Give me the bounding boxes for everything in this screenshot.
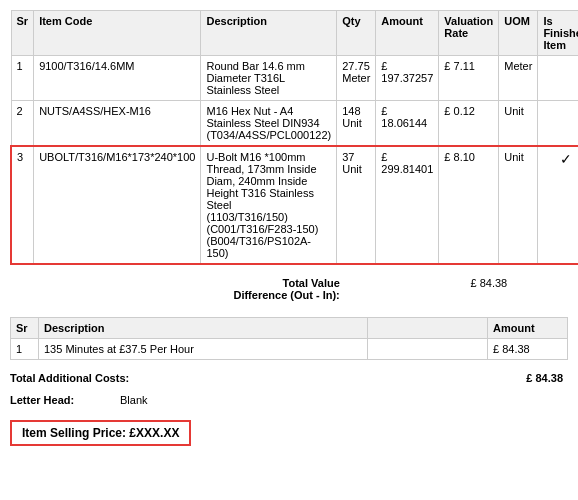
cell-is-finished — [538, 56, 578, 101]
letterhead-row: Letter Head: Blank — [10, 394, 568, 406]
table-row: 1 135 Minutes at £37.5 Per Hour £ 84.38 — [11, 339, 568, 360]
add-cell-empty — [368, 339, 488, 360]
total-additional-value: £ 84.38 — [526, 372, 563, 384]
table-row: 2 NUTS/A4SS/HEX-M16 M16 Hex Nut - A4 Sta… — [11, 101, 578, 147]
cell-amount: £ 18.06144 — [376, 101, 439, 147]
total-value-amount: £ 84.38 — [345, 273, 512, 305]
cell-valuation-rate: £ 0.12 — [439, 101, 499, 147]
col-description: Description — [201, 11, 337, 56]
total-value-label: Total ValueDifference (Out - In): — [10, 273, 345, 305]
add-col-sr: Sr — [11, 318, 39, 339]
cell-is-finished — [538, 101, 578, 147]
cell-valuation-rate: £ 8.10 — [439, 146, 499, 264]
cell-sr: 2 — [11, 101, 34, 147]
cell-description: M16 Hex Nut - A4 Stainless Steel DIN934(… — [201, 101, 337, 147]
cell-item-code: UBOLT/T316/M16*173*240*100 — [34, 146, 201, 264]
col-valuation-rate: Valuation Rate — [439, 11, 499, 56]
cell-sr: 3 — [11, 146, 34, 264]
add-cell-description: 135 Minutes at £37.5 Per Hour — [39, 339, 368, 360]
letterhead-value: Blank — [120, 394, 148, 406]
total-value-table: Total ValueDifference (Out - In): £ 84.3… — [10, 273, 568, 305]
additional-costs-table: Sr Description Amount 1 135 Minutes at £… — [10, 317, 568, 360]
cell-amount: £ 299.81401 — [376, 146, 439, 264]
cell-amount: £ 197.37257 — [376, 56, 439, 101]
item-selling-price: Item Selling Price: £XXX.XX — [10, 420, 191, 446]
col-item-code: Item Code — [34, 11, 201, 56]
add-col-amount: Amount — [488, 318, 568, 339]
cell-description: Round Bar 14.6 mm Diameter T316L Stainle… — [201, 56, 337, 101]
cell-item-code: NUTS/A4SS/HEX-M16 — [34, 101, 201, 147]
cell-qty: 148 Unit — [337, 101, 376, 147]
cell-uom: Unit — [499, 101, 538, 147]
col-is-finished: Is Finished Item — [538, 11, 578, 56]
letterhead-label: Letter Head: — [10, 394, 100, 406]
col-sr: Sr — [11, 11, 34, 56]
cell-item-code: 9100/T316/14.6MM — [34, 56, 201, 101]
add-col-description: Description — [39, 318, 368, 339]
cell-sr: 1 — [11, 56, 34, 101]
table-row: 3 UBOLT/T316/M16*173*240*100 U-Bolt M16 … — [11, 146, 578, 264]
cell-qty: 27.75 Meter — [337, 56, 376, 101]
add-cell-sr: 1 — [11, 339, 39, 360]
col-amount: Amount — [376, 11, 439, 56]
add-cell-amount: £ 84.38 — [488, 339, 568, 360]
total-additional-label: Total Additional Costs: — [10, 372, 129, 384]
table-row: 1 9100/T316/14.6MM Round Bar 14.6 mm Dia… — [11, 56, 578, 101]
total-additional-costs-row: Total Additional Costs: £ 84.38 — [10, 368, 568, 388]
col-qty: Qty — [337, 11, 376, 56]
cell-qty: 37 Unit — [337, 146, 376, 264]
cell-is-finished: ✓ — [538, 146, 578, 264]
add-col-empty — [368, 318, 488, 339]
cell-valuation-rate: £ 7.11 — [439, 56, 499, 101]
cell-description: U-Bolt M16 *100mm Thread, 173mm Inside D… — [201, 146, 337, 264]
col-uom: UOM — [499, 11, 538, 56]
cell-uom: Unit — [499, 146, 538, 264]
cell-uom: Meter — [499, 56, 538, 101]
main-items-table: Sr Item Code Description Qty Amount Valu… — [10, 10, 578, 265]
